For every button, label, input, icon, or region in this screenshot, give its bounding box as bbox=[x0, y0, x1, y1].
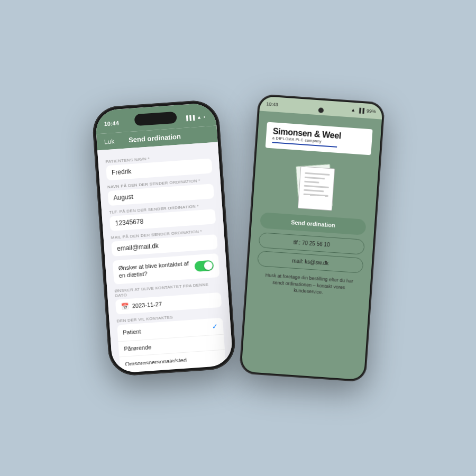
android-app-content: Simonsen & Weel a DIPLOMA PLC company bbox=[246, 111, 382, 309]
iphone-status-icons: ▐▐▐ ▲ ▪ bbox=[185, 114, 206, 121]
contact-select-box: Patient ✓ Pårørende Omsorgspersonale/ste… bbox=[117, 317, 226, 367]
iphone-device: 10:44 ▐▐▐ ▲ ▪ Luk Send ordination PATIEN… bbox=[91, 99, 237, 377]
paper-line bbox=[304, 189, 324, 193]
checkmark-icon: ✓ bbox=[212, 322, 218, 331]
paper-line bbox=[305, 172, 329, 176]
select-item-label: Patient bbox=[123, 328, 141, 336]
volume-up-button[interactable] bbox=[222, 152, 225, 167]
dietitian-label: Ønsker at blive kontaktet af en diætist? bbox=[118, 259, 193, 279]
nav-spacer bbox=[195, 134, 210, 135]
ordination-illustration bbox=[290, 163, 341, 209]
android-device: 10:43 ▲ ▐▐ 99% Simonsen & Weel a DIPLOMA… bbox=[239, 94, 385, 382]
calendar-icon: 📅 bbox=[121, 303, 129, 310]
ios-form: PATIENTENS NAVN * NAVN PÅ DEN DER SENDER… bbox=[97, 142, 233, 367]
paper-front bbox=[298, 166, 335, 210]
close-button[interactable]: Luk bbox=[104, 138, 115, 145]
volume-down-button[interactable] bbox=[223, 172, 226, 187]
select-item-label: Pårørende bbox=[124, 344, 152, 352]
paper-line bbox=[304, 194, 328, 197]
date-value: 2023-11-27 bbox=[132, 300, 162, 309]
paper-line bbox=[304, 185, 329, 188]
iphone-time: 10:44 bbox=[104, 120, 119, 127]
scene: 10:44 ▐▐▐ ▲ ▪ Luk Send ordination PATIEN… bbox=[100, 98, 376, 378]
android-wifi-icon: ▲ bbox=[351, 107, 356, 113]
brand-logo-card: Simonsen & Weel a DIPLOMA PLC company bbox=[266, 122, 373, 155]
android-vol-up[interactable] bbox=[381, 145, 385, 158]
android-vol-dn[interactable] bbox=[380, 163, 383, 176]
select-item-label: Omsorgspersonale/sted bbox=[125, 356, 187, 367]
signal-icon: ▐▐▐ bbox=[185, 115, 195, 121]
android-signal-icon: ▐▐ bbox=[358, 107, 364, 113]
power-button[interactable] bbox=[94, 171, 97, 193]
toggle-knob bbox=[204, 261, 213, 270]
nav-title: Send ordination bbox=[129, 132, 181, 144]
android-screen: 10:43 ▲ ▐▐ 99% Simonsen & Weel a DIPLOMA… bbox=[241, 96, 383, 380]
order-note: Husk at foretage din bestilling efter du… bbox=[255, 269, 362, 301]
android-time: 10:43 bbox=[266, 101, 278, 107]
iphone-screen: 10:44 ▐▐▐ ▲ ▪ Luk Send ordination PATIEN… bbox=[95, 103, 233, 374]
paper-line bbox=[305, 177, 325, 180]
paper-line bbox=[304, 181, 319, 184]
android-status-icons: ▲ ▐▐ 99% bbox=[351, 107, 376, 114]
wifi-icon: ▲ bbox=[197, 115, 202, 121]
battery-icon: ▪ bbox=[204, 114, 206, 120]
dietitian-toggle-row: Ønsker at blive kontaktet af en diætist? bbox=[113, 253, 220, 284]
send-ordination-button[interactable]: Send ordination bbox=[260, 212, 367, 235]
dietitian-toggle[interactable] bbox=[194, 260, 214, 272]
android-battery: 99% bbox=[367, 108, 377, 114]
